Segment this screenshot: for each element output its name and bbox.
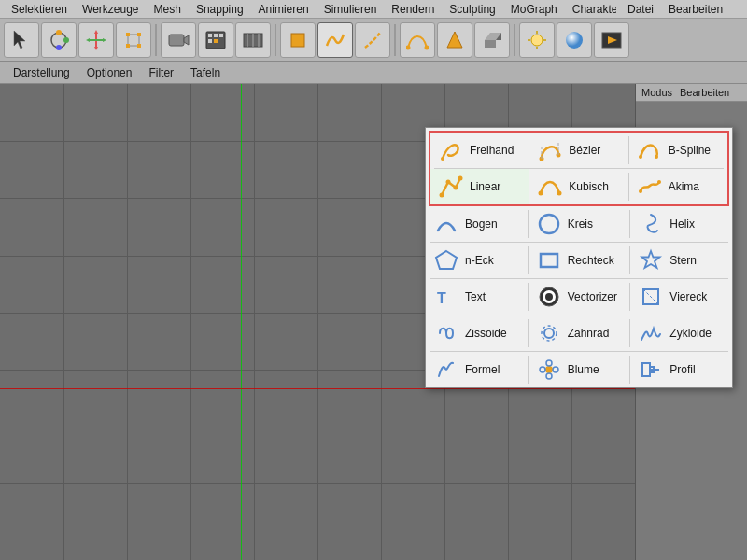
dropdown-cell-2-1[interactable]: Kreis xyxy=(529,206,630,242)
dropdown-cell-1-2[interactable]: Akima xyxy=(629,169,727,204)
svg-marker-17 xyxy=(184,35,189,45)
svg-rect-12 xyxy=(126,33,130,36)
dropdown-cell-0-1[interactable]: Bézier xyxy=(529,133,627,168)
flower-icon xyxy=(536,357,562,383)
sub-darstellung[interactable]: Darstellung xyxy=(6,64,78,81)
dropdown-cell-3-2[interactable]: Stern xyxy=(630,243,732,278)
svg-rect-14 xyxy=(126,44,130,48)
rectangle-icon xyxy=(536,247,562,273)
menu-item-6[interactable]: Rendern xyxy=(384,1,442,18)
svg-marker-8 xyxy=(94,47,98,50)
spline-active-btn[interactable] xyxy=(317,22,353,58)
pen-linear-icon xyxy=(438,174,464,200)
pen-freehand-icon xyxy=(438,137,464,163)
vectorizer-icon xyxy=(536,284,562,310)
dropdown-cell-5-2[interactable]: Zykloide xyxy=(630,315,732,351)
sub-toolbar: Darstellung Optionen Filter Tafeln xyxy=(0,62,747,84)
camera-btn[interactable] xyxy=(161,22,196,58)
cissoid-icon xyxy=(433,320,459,346)
svg-point-74 xyxy=(540,367,545,372)
menu-datei[interactable]: Datei xyxy=(620,1,661,18)
anim-btn[interactable] xyxy=(198,22,233,58)
sub-tafeln[interactable]: Tafeln xyxy=(183,64,228,81)
object-btn[interactable] xyxy=(280,22,316,58)
svg-rect-75 xyxy=(642,363,650,376)
light-btn[interactable] xyxy=(519,22,555,58)
svg-marker-31 xyxy=(447,32,462,48)
dropdown-menu: FreihandBézierB-SplineLinearKubischAkima… xyxy=(425,127,733,388)
svg-point-54 xyxy=(539,191,543,196)
dropdown-cell-2-0[interactable]: Bogen xyxy=(426,206,528,242)
dropdown-label-2-2: Helix xyxy=(669,217,695,231)
dropdown-cell-6-0[interactable]: Formel xyxy=(426,352,528,387)
dropdown-cell-4-2[interactable]: Viereck xyxy=(630,279,732,315)
dropdown-cell-4-1[interactable]: Vectorizer xyxy=(529,279,630,315)
star-icon xyxy=(638,247,664,273)
dropdown-cell-6-2[interactable]: Profil xyxy=(630,352,732,387)
menu-item-7[interactable]: Sculpting xyxy=(442,1,502,18)
toolbar xyxy=(0,19,747,62)
dropdown-label-5-1: Zahnrad xyxy=(568,327,610,340)
menu-item-5[interactable]: Simulieren xyxy=(317,1,385,18)
gear-icon xyxy=(536,320,562,346)
svg-point-57 xyxy=(657,180,661,184)
dropdown-label-1-0: Linear xyxy=(470,180,500,193)
dropdown-cell-4-0[interactable]: TText xyxy=(426,279,528,315)
menu-bar-right: Datei Bearbeiten xyxy=(616,0,747,19)
svg-point-56 xyxy=(639,189,642,193)
svg-point-50 xyxy=(440,193,444,198)
dropdown-cell-3-0[interactable]: n-Eck xyxy=(426,243,528,278)
sub-filter[interactable]: Filter xyxy=(141,64,181,81)
right-panel-modus[interactable]: Modus xyxy=(641,87,672,98)
svg-point-73 xyxy=(546,373,552,379)
svg-marker-61 xyxy=(642,251,660,268)
svg-rect-19 xyxy=(208,34,212,37)
svg-rect-23 xyxy=(214,39,218,43)
svg-point-40 xyxy=(566,32,583,49)
menu-item-0[interactable]: Selektieren xyxy=(4,1,75,18)
right-panel-bearbeiten[interactable]: Bearbeiten xyxy=(680,87,729,98)
dropdown-cell-5-1[interactable]: Zahnrad xyxy=(529,315,630,351)
dropdown-row-1: LinearKubischAkima xyxy=(430,169,727,204)
menu-item-8[interactable]: MoGraph xyxy=(503,1,565,18)
rotate-btn[interactable] xyxy=(41,22,77,58)
dropdown-cell-1-0[interactable]: Linear xyxy=(430,169,529,204)
dropdown-cell-0-2[interactable]: B-Spline xyxy=(629,133,727,168)
extrude-btn[interactable] xyxy=(474,22,510,58)
material-btn[interactable] xyxy=(557,22,592,58)
move-btn[interactable] xyxy=(78,22,114,58)
svg-marker-9 xyxy=(86,38,90,42)
dropdown-label-6-0: Formel xyxy=(465,363,500,376)
svg-rect-16 xyxy=(169,35,184,46)
dropdown-cell-6-1[interactable]: Blume xyxy=(529,352,630,387)
sym-btn[interactable] xyxy=(437,22,472,58)
select-tool-btn[interactable] xyxy=(4,22,39,58)
dropdown-row-0: FreihandBézierB-Spline xyxy=(430,133,727,168)
quadrangle-icon xyxy=(638,284,664,310)
nurbs-btn[interactable] xyxy=(400,22,435,58)
dropdown-cell-1-1[interactable]: Kubisch xyxy=(529,169,627,204)
scale-btn[interactable] xyxy=(116,22,151,58)
right-panel-header: Modus Bearbeiten xyxy=(636,84,747,102)
menu-item-2[interactable]: Mesh xyxy=(147,1,189,18)
render-btn[interactable] xyxy=(594,22,629,58)
sub-optionen[interactable]: Optionen xyxy=(79,64,140,81)
svg-point-70 xyxy=(545,366,553,373)
cursor-btn[interactable] xyxy=(355,22,390,58)
dropdown-label-3-0: n-Eck xyxy=(465,254,494,267)
menu-bearbeiten-right[interactable]: Bearbeiten xyxy=(661,1,730,18)
main-area: Modus Bearbeiten FreihandBézierB-SplineL… xyxy=(0,84,747,560)
menu-item-4[interactable]: Animieren xyxy=(251,1,317,18)
dropdown-cell-5-0[interactable]: Zissoide xyxy=(426,315,528,351)
dropdown-label-2-0: Bogen xyxy=(465,217,498,231)
svg-point-29 xyxy=(406,45,411,49)
menu-item-3[interactable]: Snapping xyxy=(189,1,251,18)
timeline-btn[interactable] xyxy=(235,22,271,58)
dropdown-cell-2-2[interactable]: Helix xyxy=(630,206,732,242)
menu-item-1[interactable]: Werkzeuge xyxy=(75,1,146,18)
dropdown-cell-0-0[interactable]: Freihand xyxy=(430,133,529,168)
dropdown-label-0-2: B-Spline xyxy=(669,144,711,157)
dropdown-label-4-0: Text xyxy=(465,290,486,303)
svg-rect-60 xyxy=(541,254,557,267)
dropdown-cell-3-1[interactable]: Rechteck xyxy=(529,243,630,278)
